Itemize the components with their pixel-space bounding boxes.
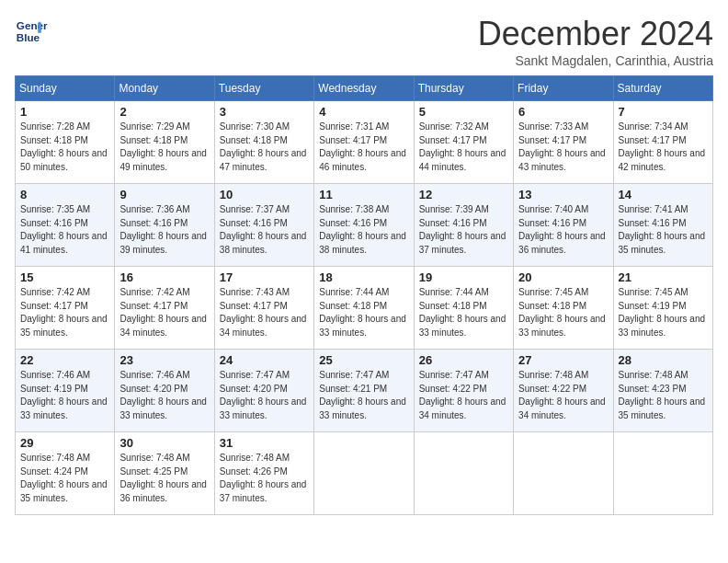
calendar-week-2: 8Sunrise: 7:35 AMSunset: 4:16 PMDaylight…	[16, 184, 713, 267]
calendar-cell-8: 8Sunrise: 7:35 AMSunset: 4:16 PMDaylight…	[16, 184, 115, 267]
calendar-table: SundayMondayTuesdayWednesdayThursdayFrid…	[15, 75, 713, 515]
calendar-cell-14: 14Sunrise: 7:41 AMSunset: 4:16 PMDayligh…	[613, 184, 712, 267]
location-subtitle: Sankt Magdalen, Carinthia, Austria	[478, 53, 713, 68]
weekday-header-wednesday: Wednesday	[314, 76, 414, 101]
logo: General Blue	[15, 15, 48, 48]
month-title: December 2024	[478, 15, 713, 53]
calendar-week-3: 15Sunrise: 7:42 AMSunset: 4:17 PMDayligh…	[16, 267, 713, 350]
calendar-cell-21: 21Sunrise: 7:45 AMSunset: 4:19 PMDayligh…	[613, 267, 712, 350]
weekday-header-thursday: Thursday	[414, 76, 513, 101]
calendar-cell-10: 10Sunrise: 7:37 AMSunset: 4:16 PMDayligh…	[214, 184, 313, 267]
weekday-header-friday: Friday	[514, 76, 613, 101]
calendar-cell-18: 18Sunrise: 7:44 AMSunset: 4:18 PMDayligh…	[314, 267, 414, 350]
svg-text:Blue: Blue	[17, 31, 40, 43]
calendar-cell-9: 9Sunrise: 7:36 AMSunset: 4:16 PMDaylight…	[115, 184, 214, 267]
calendar-cell-25: 25Sunrise: 7:47 AMSunset: 4:21 PMDayligh…	[314, 350, 414, 432]
weekday-header-tuesday: Tuesday	[214, 76, 313, 101]
calendar-cell-27: 27Sunrise: 7:48 AMSunset: 4:22 PMDayligh…	[514, 350, 613, 432]
calendar-cell-empty-4-6	[613, 432, 712, 515]
calendar-cell-11: 11Sunrise: 7:38 AMSunset: 4:16 PMDayligh…	[314, 184, 414, 267]
calendar-cell-23: 23Sunrise: 7:46 AMSunset: 4:20 PMDayligh…	[115, 350, 214, 432]
calendar-cell-6: 6Sunrise: 7:33 AMSunset: 4:17 PMDaylight…	[514, 101, 613, 184]
calendar-cell-15: 15Sunrise: 7:42 AMSunset: 4:17 PMDayligh…	[16, 267, 115, 350]
title-area: December 2024 Sankt Magdalen, Carinthia,…	[478, 15, 713, 68]
page-header: General Blue December 2024 Sankt Magdale…	[15, 15, 713, 68]
calendar-cell-31: 31Sunrise: 7:48 AMSunset: 4:26 PMDayligh…	[214, 432, 313, 515]
weekday-header-row: SundayMondayTuesdayWednesdayThursdayFrid…	[16, 76, 713, 101]
calendar-cell-22: 22Sunrise: 7:46 AMSunset: 4:19 PMDayligh…	[16, 350, 115, 432]
calendar-cell-28: 28Sunrise: 7:48 AMSunset: 4:23 PMDayligh…	[613, 350, 712, 432]
calendar-cell-19: 19Sunrise: 7:44 AMSunset: 4:18 PMDayligh…	[414, 267, 513, 350]
calendar-cell-12: 12Sunrise: 7:39 AMSunset: 4:16 PMDayligh…	[414, 184, 513, 267]
calendar-week-4: 22Sunrise: 7:46 AMSunset: 4:19 PMDayligh…	[16, 350, 713, 432]
calendar-cell-2: 2Sunrise: 7:29 AMSunset: 4:18 PMDaylight…	[115, 101, 214, 184]
calendar-cell-1: 1Sunrise: 7:28 AMSunset: 4:18 PMDaylight…	[16, 101, 115, 184]
calendar-cell-3: 3Sunrise: 7:30 AMSunset: 4:18 PMDaylight…	[214, 101, 313, 184]
weekday-header-monday: Monday	[115, 76, 214, 101]
calendar-cell-24: 24Sunrise: 7:47 AMSunset: 4:20 PMDayligh…	[214, 350, 313, 432]
calendar-cell-16: 16Sunrise: 7:42 AMSunset: 4:17 PMDayligh…	[115, 267, 214, 350]
calendar-cell-7: 7Sunrise: 7:34 AMSunset: 4:17 PMDaylight…	[613, 101, 712, 184]
calendar-cell-13: 13Sunrise: 7:40 AMSunset: 4:16 PMDayligh…	[514, 184, 613, 267]
calendar-week-5: 29Sunrise: 7:48 AMSunset: 4:24 PMDayligh…	[16, 432, 713, 515]
svg-text:General: General	[17, 19, 48, 31]
calendar-cell-empty-4-3	[314, 432, 414, 515]
calendar-cell-29: 29Sunrise: 7:48 AMSunset: 4:24 PMDayligh…	[16, 432, 115, 515]
logo-icon: General Blue	[15, 15, 48, 48]
calendar-week-1: 1Sunrise: 7:28 AMSunset: 4:18 PMDaylight…	[16, 101, 713, 184]
calendar-cell-26: 26Sunrise: 7:47 AMSunset: 4:22 PMDayligh…	[414, 350, 513, 432]
calendar-cell-20: 20Sunrise: 7:45 AMSunset: 4:18 PMDayligh…	[514, 267, 613, 350]
weekday-header-sunday: Sunday	[16, 76, 115, 101]
calendar-cell-30: 30Sunrise: 7:48 AMSunset: 4:25 PMDayligh…	[115, 432, 214, 515]
calendar-cell-4: 4Sunrise: 7:31 AMSunset: 4:17 PMDaylight…	[314, 101, 414, 184]
calendar-cell-empty-4-4	[414, 432, 513, 515]
weekday-header-saturday: Saturday	[613, 76, 712, 101]
calendar-cell-17: 17Sunrise: 7:43 AMSunset: 4:17 PMDayligh…	[214, 267, 313, 350]
calendar-cell-5: 5Sunrise: 7:32 AMSunset: 4:17 PMDaylight…	[414, 101, 513, 184]
calendar-cell-empty-4-5	[514, 432, 613, 515]
